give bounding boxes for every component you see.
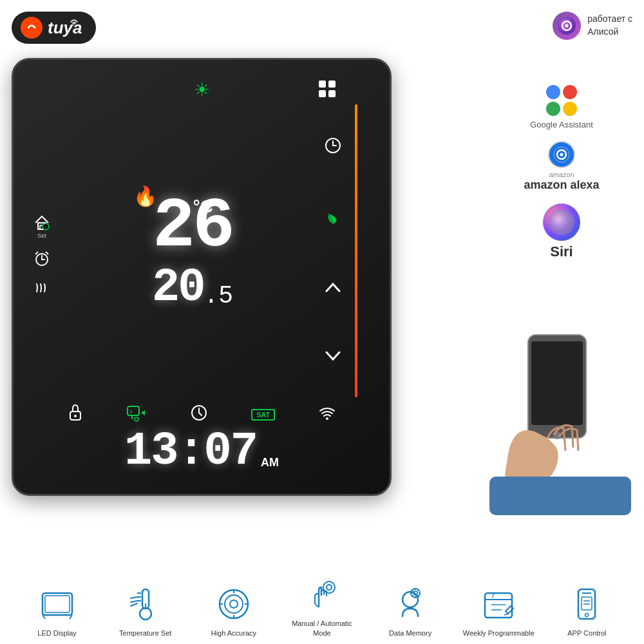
siri-block: Siri	[543, 204, 580, 260]
manual-auto-label: Manual / Automatic Mode	[283, 619, 361, 638]
alarm-icon[interactable]	[33, 251, 51, 267]
svg-point-35	[140, 608, 151, 620]
svg-point-4	[565, 24, 569, 28]
svg-point-26	[135, 417, 138, 421]
right-side-icons	[324, 104, 342, 397]
led-display-icon	[37, 583, 78, 625]
thermostat-device: ☀ i Set	[12, 58, 392, 496]
svg-point-23	[74, 415, 77, 417]
left-icons-panel: i Set	[33, 207, 61, 294]
svg-text:7: 7	[491, 592, 495, 599]
chevron-up-icon[interactable]	[324, 281, 342, 297]
feature-high-accuracy: High Accuracy	[195, 583, 272, 638]
alice-icon	[553, 12, 581, 40]
features-row: LED Display Temperature Set	[0, 574, 644, 638]
manual-auto-icon	[301, 574, 343, 615]
svg-rect-14	[319, 90, 326, 97]
thermo-middle-section: i Set	[33, 104, 370, 397]
thermo-top-section: ☀	[33, 79, 370, 104]
set-label: Set	[37, 233, 46, 239]
weekly-programmable-label: Weekly Programmable	[463, 629, 535, 638]
temp-unit: °C	[193, 196, 213, 217]
data-memory-icon	[390, 583, 431, 625]
app-control-icon	[566, 583, 607, 625]
set-temp-decimal: .5	[204, 281, 233, 311]
high-accuracy-label: High Accuracy	[211, 629, 256, 638]
app-control-label: APP Control	[567, 629, 606, 638]
tuya-logo: tuya	[12, 12, 96, 44]
heat-icon[interactable]	[33, 279, 51, 294]
svg-point-1	[73, 23, 75, 24]
svg-point-29	[326, 417, 328, 420]
set-temp: 20	[152, 265, 204, 311]
svg-point-47	[323, 582, 335, 593]
svg-rect-15	[328, 90, 336, 97]
amazon-label: amazon	[549, 171, 574, 178]
clock-bottom-icon[interactable]	[191, 404, 207, 424]
svg-point-42	[230, 600, 238, 608]
svg-point-48	[327, 585, 332, 590]
svg-line-57	[504, 614, 508, 615]
wifi-icon	[319, 406, 336, 422]
eco-icon[interactable]	[325, 210, 341, 229]
google-assistant-block: Google Assistant	[530, 84, 593, 129]
svg-rect-31	[45, 596, 70, 612]
feature-app-control: APP Control	[548, 583, 625, 638]
high-accuracy-icon	[213, 583, 254, 625]
svg-point-0	[25, 21, 38, 34]
home-set-icon[interactable]: i Set	[33, 214, 51, 239]
weekly-programmable-icon: 7	[478, 583, 519, 625]
data-memory-label: Data Memory	[389, 629, 431, 638]
time-row: 13:07 AM	[124, 428, 279, 475]
alexa-block: amazon amazon alexa	[524, 141, 599, 192]
alice-badge: работает с Алисой	[553, 12, 632, 40]
siri-icon	[543, 204, 580, 241]
feature-temp-set: Temperature Set	[107, 583, 184, 638]
feature-led-display: LED Display	[19, 583, 96, 638]
svg-point-7	[560, 153, 564, 156]
flame-icon: 🔥	[133, 185, 157, 207]
right-assistants-panel: Google Assistant amazon amazon alexa Sir…	[491, 84, 632, 260]
alexa-icon	[548, 141, 575, 168]
svg-rect-61	[582, 597, 592, 610]
google-dots-icon	[545, 84, 578, 117]
siri-label: Siri	[550, 243, 573, 260]
bottom-icons-row: 3 SAT	[33, 404, 370, 424]
svg-text:3: 3	[129, 409, 133, 415]
svg-rect-9	[531, 341, 583, 425]
svg-point-40	[220, 590, 248, 618]
sat-badge: SAT	[251, 408, 275, 420]
sun-icon: ☀	[194, 79, 210, 100]
mode-icon[interactable]: 3	[127, 404, 147, 424]
svg-point-49	[402, 592, 418, 607]
svg-point-60	[585, 613, 589, 616]
temp-display: 🔥 26 °C 20 .5	[61, 191, 324, 311]
svg-rect-12	[319, 80, 326, 88]
feature-data-memory: Data Memory	[372, 583, 449, 638]
tuya-brand-icon	[21, 17, 43, 39]
svg-rect-13	[328, 80, 336, 88]
led-display-label: LED Display	[37, 629, 77, 638]
time-display: 13:07	[124, 428, 257, 475]
google-assistant-label: Google Assistant	[530, 120, 593, 129]
svg-rect-30	[43, 593, 72, 615]
temp-set-label: Temperature Set	[119, 629, 171, 638]
svg-rect-11	[489, 477, 631, 515]
thermo-bottom-section: 3 SAT	[33, 397, 370, 475]
clock-icon-right[interactable]	[325, 137, 341, 158]
feature-manual-auto: Manual / Automatic Mode	[283, 574, 361, 638]
chevron-down-icon[interactable]	[324, 349, 342, 365]
orange-bar	[355, 104, 357, 397]
alice-text: работает с Алисой	[587, 13, 632, 38]
lock-icon[interactable]	[68, 404, 83, 424]
phone-hand-image	[477, 309, 644, 528]
alexa-label: amazon alexa	[524, 178, 599, 192]
temp-set-icon	[125, 583, 166, 625]
am-pm-label: AM	[261, 456, 279, 469]
feature-weekly-programmable: 7 Weekly Programmable	[460, 583, 537, 638]
svg-point-41	[225, 595, 243, 613]
